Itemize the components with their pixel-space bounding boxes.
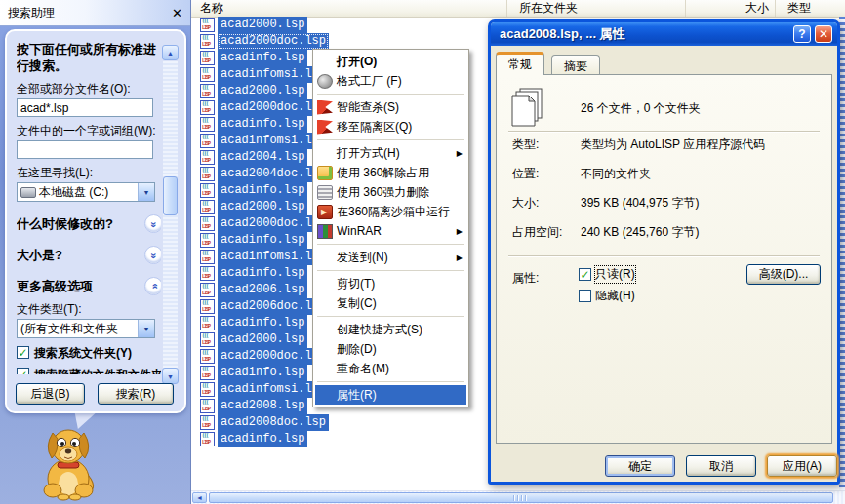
context-menu-item[interactable]: 发送到(N)▶: [315, 248, 466, 267]
context-menu-item[interactable]: 使用 360强力删除: [315, 182, 466, 202]
menu-separator: [317, 139, 464, 140]
context-menu-item[interactable]: 剪切(T): [315, 274, 466, 293]
close-icon[interactable]: ✕: [815, 25, 832, 43]
menu-item-label: WinRAR: [337, 224, 382, 238]
column-header-name[interactable]: 名称: [191, 0, 507, 17]
checkbox-search-system-folders[interactable]: ✓ 搜索系统文件夹(Y): [17, 346, 161, 361]
pane-scrollbar-thumb[interactable]: [163, 176, 178, 215]
dialog-titlebar[interactable]: acad2008.lsp, ... 属性: [491, 22, 837, 46]
chevron-down-icon[interactable]: ▼: [138, 320, 154, 337]
cancel-button[interactable]: 取消: [686, 455, 756, 477]
lsp-file-icon: (((LISP: [200, 283, 215, 297]
submenu-arrow-icon: ▶: [457, 253, 466, 262]
phrase-input[interactable]: [17, 140, 153, 159]
search-bubble: 按下面任何或所有标准进行搜索。 全部或部分文件名(O): 文件中的一个字或词组(…: [5, 29, 186, 413]
file-type-label: 文件类型(T):: [17, 302, 161, 317]
checkbox-checked-icon: ✓: [17, 346, 29, 359]
lsp-file-icon: (((LISP: [200, 366, 215, 380]
context-menu-item[interactable]: 打开(O): [315, 52, 466, 71]
context-menu-item[interactable]: 删除(D): [315, 339, 466, 359]
section-advanced-options[interactable]: 更多高级选项 »: [17, 277, 161, 295]
lsp-file-icon: (((LISP: [200, 150, 215, 165]
context-menu-item[interactable]: 在360隔离沙箱中运行: [315, 202, 466, 221]
filename-label: 全部或部分文件名(O):: [17, 82, 161, 97]
chevron-double-down-icon[interactable]: »: [144, 214, 161, 233]
file-name: acadinfo.lsp: [218, 116, 307, 133]
context-menu: 打开(O)格式工厂 (F)智能查杀(S)移至隔离区(Q)打开方式(H)▶使用 3…: [312, 49, 469, 407]
scroll-down-icon[interactable]: ▼: [162, 368, 179, 384]
apply-button[interactable]: 应用(A): [767, 455, 837, 477]
help-icon[interactable]: ?: [793, 25, 811, 43]
properties-dialog: acad2008.lsp, ... 属性 ? ✕ 常规 摘要 26 个文件，0 …: [488, 19, 840, 485]
scroll-up-icon[interactable]: ▲: [162, 45, 179, 60]
file-type-select[interactable]: (所有文件和文件夹 ▼: [17, 319, 155, 338]
checkbox-checked-icon: ✓: [579, 268, 591, 281]
context-menu-item[interactable]: 智能查杀(S): [315, 97, 466, 117]
ok-button[interactable]: 确定: [605, 455, 675, 477]
file-name: acadinfo.lsp: [218, 50, 307, 66]
lsp-file-icon: (((LISP: [200, 84, 215, 98]
hidden-label: 隐藏(H): [595, 288, 635, 304]
scroll-left-icon[interactable]: ◄: [192, 492, 207, 503]
file-name: acad2008.lsp: [218, 398, 307, 414]
attributes-label: 属性:: [512, 270, 539, 287]
property-value: 类型均为 AutoLISP 应用程序源代码: [581, 137, 831, 151]
menu-item-label: 打开(O): [337, 54, 377, 70]
file-name: acadinfo.lsp: [218, 315, 307, 331]
sandbox-360-icon: [317, 205, 333, 219]
menu-separator: [317, 244, 464, 245]
section-size[interactable]: 大小是? »: [17, 246, 161, 264]
file-name: acad2008doc.lsp: [218, 414, 329, 431]
readonly-label: 只读(R): [595, 266, 635, 283]
filename-input[interactable]: [17, 98, 153, 117]
context-menu-item[interactable]: 复制(C): [315, 293, 466, 313]
back-button[interactable]: 后退(B): [16, 383, 85, 405]
column-header-size[interactable]: 大小: [686, 0, 776, 17]
section-date-modified[interactable]: 什么时候修改的? »: [17, 214, 161, 233]
file-name: acadinfo.lsp: [218, 265, 307, 282]
context-menu-item[interactable]: 创建快捷方式(S): [315, 320, 466, 339]
lsp-file-icon: (((LISP: [200, 316, 215, 330]
close-icon[interactable]: ✕: [164, 6, 190, 20]
horizontal-scrollbar-thumb[interactable]: [209, 492, 833, 503]
lsp-file-icon: (((LISP: [200, 183, 215, 198]
context-menu-item[interactable]: 移至隔离区(Q): [315, 117, 466, 136]
context-menu-item[interactable]: 使用 360解除占用: [315, 163, 466, 182]
hidden-checkbox[interactable]: ✓ 隐藏(H): [579, 288, 635, 304]
context-menu-item[interactable]: 格式工厂 (F): [315, 71, 466, 91]
context-menu-item[interactable]: 属性(R): [315, 385, 466, 405]
search-pane-buttons: 后退(B) 搜索(R): [16, 383, 174, 405]
pane-scrollbar[interactable]: ▲ ▼: [162, 45, 179, 384]
file-name: acadinfo.lsp: [218, 182, 307, 199]
readonly-checkbox[interactable]: ✓ 只读(R): [579, 266, 635, 283]
chevron-down-icon[interactable]: ▼: [138, 183, 154, 201]
section-label: 大小是?: [17, 247, 62, 264]
dialog-title: acad2008.lsp, ... 属性: [491, 25, 625, 43]
checkbox-checked-icon: ✓: [17, 368, 29, 374]
column-header-type[interactable]: 类型: [776, 0, 845, 17]
context-menu-item[interactable]: WinRAR▶: [315, 221, 466, 241]
lsp-file-icon: (((LISP: [200, 266, 215, 281]
horizontal-scrollbar[interactable]: ◄: [191, 490, 845, 504]
pane-scrollbar-track[interactable]: [163, 61, 178, 368]
separator: [508, 255, 820, 257]
look-in-select[interactable]: 本地磁盘 (C:) ▼: [17, 182, 155, 202]
advanced-button[interactable]: 高级(D)...: [746, 264, 821, 285]
context-menu-item[interactable]: 打开方式(H)▶: [315, 143, 466, 163]
column-header-folder[interactable]: 所在文件夹: [507, 0, 686, 17]
tab-general[interactable]: 常规: [496, 52, 544, 75]
look-in-value: 本地磁盘 (C:): [36, 184, 138, 201]
checkbox-search-hidden-files[interactable]: ✓ 搜索隐藏的文件和文件夹: [17, 368, 161, 374]
property-label: 位置:: [512, 167, 581, 180]
chevron-double-down-icon[interactable]: »: [144, 246, 161, 264]
lsp-file-icon: (((LISP: [200, 67, 215, 82]
lsp-file-icon: (((LISP: [200, 349, 215, 364]
context-menu-item[interactable]: 重命名(M): [315, 359, 466, 378]
lsp-file-icon: (((LISP: [200, 250, 215, 264]
property-field: 大小:395 KB (404,975 字节): [512, 196, 831, 210]
chevron-double-up-icon[interactable]: »: [144, 277, 161, 295]
property-field: 位置:不同的文件夹: [512, 167, 831, 180]
menu-item-label: 格式工厂 (F): [337, 73, 402, 90]
search-button[interactable]: 搜索(R): [98, 383, 174, 405]
tab-summary[interactable]: 摘要: [551, 55, 600, 74]
